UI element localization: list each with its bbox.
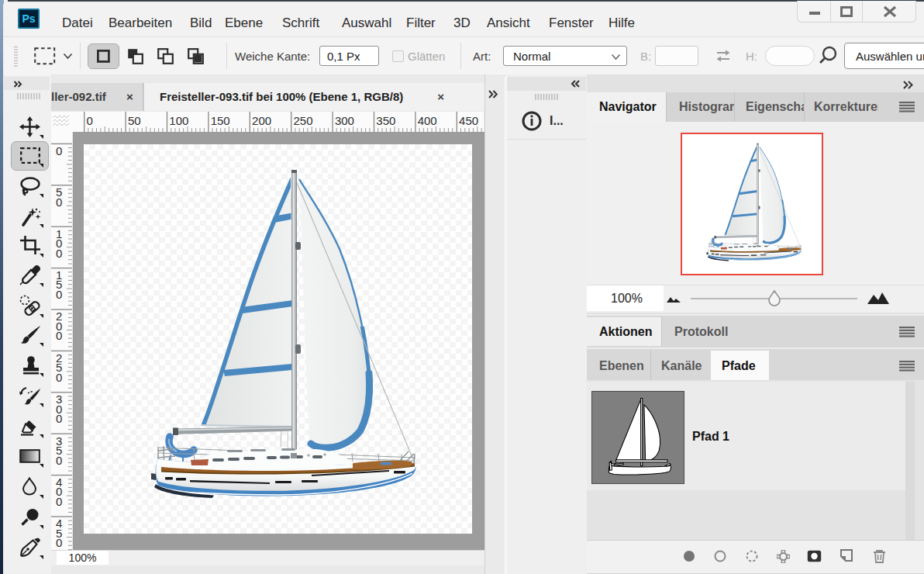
svg-text:0: 0 — [56, 195, 62, 209]
svg-text:0: 0 — [56, 412, 62, 425]
svg-text:0: 0 — [56, 454, 62, 467]
svg-text:350: 350 — [376, 114, 395, 127]
svg-text:150: 150 — [211, 114, 230, 127]
svg-text:0: 0 — [56, 288, 62, 301]
svg-text:0: 0 — [56, 144, 62, 157]
svg-text:0: 0 — [56, 329, 62, 342]
svg-text:0: 0 — [56, 536, 62, 549]
svg-text:0: 0 — [56, 371, 62, 384]
svg-text:450: 450 — [459, 114, 478, 127]
svg-text:400: 400 — [418, 114, 437, 127]
svg-text:300: 300 — [335, 114, 354, 127]
svg-text:250: 250 — [294, 114, 313, 127]
svg-text:200: 200 — [252, 114, 271, 127]
svg-text:0: 0 — [87, 114, 93, 127]
svg-text:0: 0 — [56, 495, 62, 508]
svg-text:0: 0 — [56, 247, 62, 260]
svg-text:100: 100 — [169, 114, 188, 127]
svg-text:50: 50 — [128, 114, 141, 127]
